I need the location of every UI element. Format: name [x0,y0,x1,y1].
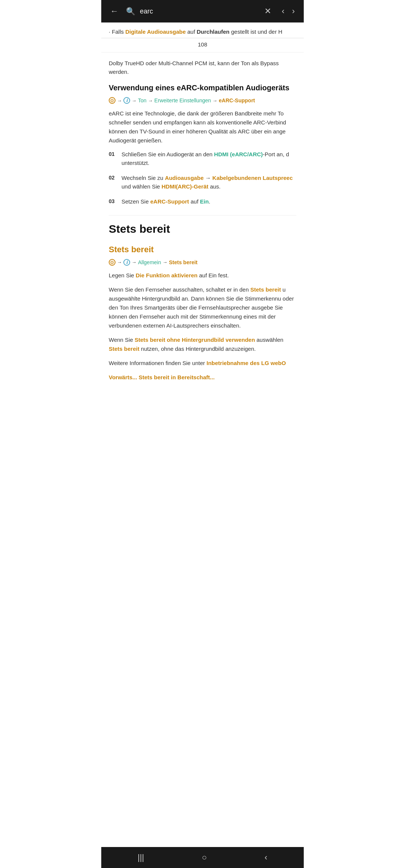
step-text-3: Setzen Sie eARC-Support auf Ein. [122,198,210,206]
breadcrumb-2: → → Allgemein → Stets bereit [109,259,296,266]
main-content: Dolby TrueHD oder Multi-Channel PCM ist,… [101,52,304,396]
ein-link-2[interactable]: Ein [208,272,217,278]
breadcrumb-1: → → Ton → Erweiterte Einstellungen → eAR… [109,97,296,104]
stets-bereit-link-2[interactable]: Stets bereit [109,346,140,352]
section1-heading: Verwendung eines eARC-kompatiblen Audiog… [109,83,296,93]
arrow-icon-2: → [132,98,136,103]
content-area: · Falls Digitale Audioausgabe auf Durchl… [101,22,304,422]
funktion-aktivieren-link[interactable]: Die Funktion aktivieren [136,272,198,278]
bc-link-allgemein[interactable]: Allgemein [138,259,161,265]
step-2: 02 Wechseln Sie zu Audioausgabe → Kabelg… [109,174,296,191]
bc-link-erweiterte[interactable]: Erweiterte Einstellungen [154,97,211,103]
sub-heading-orange: Stets bereit [109,245,296,254]
inbetriebnahme-link[interactable]: Inbetriebnahme des LG webO [207,360,286,366]
info-icon [123,97,130,104]
section2-para3: Wenn Sie Stets bereit ohne Hintergrundbi… [109,335,296,353]
page-top-snippet: · Falls Digitale Audioausgabe auf Durchl… [101,22,304,38]
earc-support-link[interactable]: eARC-Support [150,198,189,205]
audioausgabe-link[interactable]: Audioausgabe [165,175,204,181]
section2-para2: Wenn Sie den Fernseher ausschalten, scha… [109,285,296,330]
continue-link[interactable]: Vorwärts... Stets bereit in Bereitschaft… [109,374,214,380]
info-icon-2 [123,259,130,266]
gear-icon-2 [109,259,116,266]
stets-bereit-ohne-link[interactable]: Stets bereit ohne Hintergrundbild verwen… [135,337,255,343]
page-top-link2: Durchlaufen [197,28,230,35]
prev-result-button[interactable]: ‹ [279,5,287,18]
hdmi-arc-geraet-link[interactable]: HDMI(ARC)-Gerät [162,183,208,190]
page-top-text1: · Falls [109,28,125,35]
step-3: 03 Setzen Sie eARC-Support auf Ein. [109,198,296,206]
search-input[interactable] [140,7,257,15]
top-bar: ← 🔍 ✕ ‹ › [101,0,304,22]
gear-icon [109,97,116,104]
step-num-1: 01 [109,150,118,167]
arrow-icon-3: → [148,98,153,103]
arrow-icon-5: → [117,259,122,265]
ein-link-1[interactable]: Ein [200,198,208,205]
section1-body-text: eARC ist eine Technologie, die dank der … [109,109,296,145]
clear-search-button[interactable]: ✕ [261,5,274,18]
step-text-2: Wechseln Sie zu Audioausgabe → Kabelgebu… [122,174,296,191]
chapter-heading: Stets bereit [109,222,296,236]
step-1: 01 Schließen Sie ein Audiogerät an den H… [109,150,296,167]
stets-bereit-link-1[interactable]: Stets bereit [250,286,281,293]
step-text-1: Schließen Sie ein Audiogerät an den HDMI… [122,150,296,167]
arrow-icon-1: → [117,98,122,103]
section2-para5: Vorwärts... Stets bereit in Bereitschaft… [109,373,296,382]
page-top-text3: gestellt ist und der H [230,28,282,35]
bc-link-ton[interactable]: Ton [138,97,147,103]
arrow-icon-6: → [132,259,136,265]
hdmi-earc-link[interactable]: HDMI (eARC/ARC) [214,151,263,157]
section2-para1: Legen Sie Die Funktion aktivieren auf Ei… [109,271,296,280]
section2-para4: Weitere Informationen finden Sie unter I… [109,359,296,368]
nav-buttons: ‹ › [279,5,298,18]
step-num-2: 02 [109,174,118,191]
bc-link-stets-bereit[interactable]: Stets bereit [169,259,197,265]
page-number: 108 [101,38,304,52]
back-button[interactable]: ← [107,5,122,18]
section-divider [109,215,296,216]
bc-link-earc-support[interactable]: eARC-Support [219,97,255,103]
page-top-link1: Digitale Audioausgabe [125,28,186,35]
next-result-button[interactable]: › [289,5,298,18]
section-intro-text: Dolby TrueHD oder Multi-Channel PCM ist,… [109,59,296,76]
page-top-text2: auf [186,28,196,35]
arrow-icon-7: → [162,259,167,265]
arrow-icon-4: → [213,98,218,103]
steps-list: 01 Schließen Sie ein Audiogerät an den H… [109,150,296,206]
kabelgebunden-link[interactable]: Kabelgebundenen Lautspreec [212,175,292,181]
step-num-3: 03 [109,198,118,206]
search-icon: 🔍 [126,7,135,16]
bottom-spacer [101,396,304,422]
